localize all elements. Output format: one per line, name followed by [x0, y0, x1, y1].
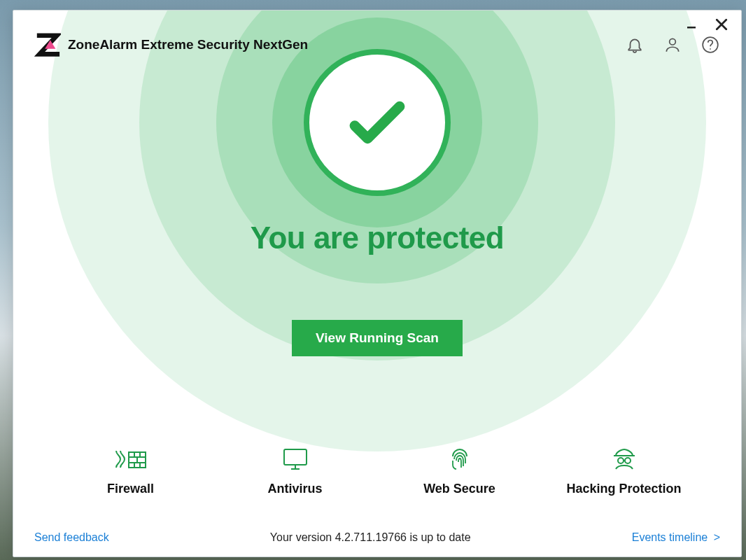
account-icon[interactable] — [663, 35, 682, 55]
main-content: You are protected View Running Scan — [13, 10, 741, 356]
events-timeline-link[interactable]: Events timeline > — [632, 531, 720, 544]
module-web-secure[interactable]: Web Secure — [390, 447, 530, 496]
chevron-right-icon: > — [710, 531, 720, 543]
logo-mark-icon — [34, 31, 61, 58]
svg-point-4 — [710, 48, 711, 50]
header: ZoneAlarm Extreme Security NextGen — [34, 31, 720, 58]
notifications-icon[interactable] — [625, 35, 645, 55]
firewall-icon — [113, 447, 148, 472]
send-feedback-link[interactable]: Send feedback — [34, 531, 109, 544]
svg-rect-13 — [284, 449, 307, 465]
svg-point-18 — [625, 458, 631, 463]
module-firewall[interactable]: Firewall — [61, 447, 201, 496]
svg-rect-0 — [687, 27, 696, 29]
antivirus-icon — [280, 447, 311, 472]
status-heading: You are protected — [13, 220, 741, 255]
module-label: Antivirus — [267, 482, 322, 496]
minimize-button[interactable] — [685, 18, 699, 31]
module-hacking-protection[interactable]: Hacking Protection — [554, 447, 694, 496]
hacker-icon — [610, 447, 638, 472]
module-antivirus[interactable]: Antivirus — [225, 447, 365, 496]
module-label: Hacking Protection — [566, 482, 681, 496]
view-running-scan-button[interactable]: View Running Scan — [292, 320, 463, 356]
footer: Send feedback Your version 4.2.711.19766… — [34, 531, 720, 544]
close-button[interactable] — [715, 18, 729, 31]
help-icon[interactable] — [701, 35, 720, 55]
fingerprint-icon — [447, 447, 472, 472]
header-icons — [625, 35, 720, 55]
module-label: Firewall — [107, 482, 154, 496]
app-title: ZoneAlarm Extreme Security NextGen — [68, 37, 308, 52]
window-controls — [685, 18, 729, 31]
module-label: Web Secure — [423, 482, 495, 496]
app-window: ZoneAlarm Extreme Security NextGen — [13, 10, 742, 557]
svg-point-17 — [618, 458, 624, 463]
modules-row: Firewall Antivirus — [48, 447, 706, 496]
version-status: Your version 4.2.711.19766 is up to date — [270, 531, 471, 544]
svg-point-2 — [670, 38, 676, 45]
app-logo: ZoneAlarm Extreme Security NextGen — [34, 31, 308, 58]
